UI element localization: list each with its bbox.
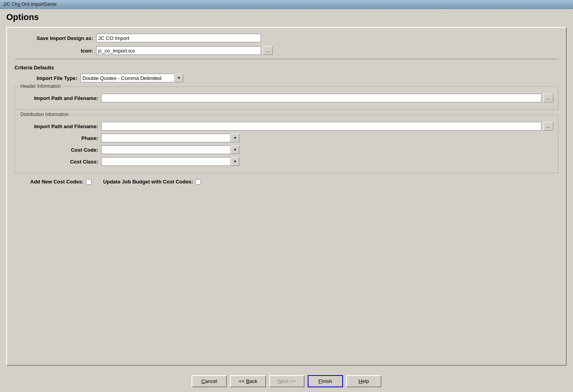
cost-code-label: Cost Code: [20,147,98,153]
page-title: Options [0,9,573,24]
header-import-path-input[interactable] [101,94,542,102]
cancel-underline: Cancel [201,378,217,384]
phase-combo: ▼ [101,134,239,142]
add-new-cost-codes-checkbox[interactable] [86,179,91,185]
criteria-defaults-label: Criteria Defaults [15,65,558,71]
next-button[interactable]: Next >> [269,375,305,387]
save-import-design-row: Save Import Design as: [15,34,558,42]
form-panel: Save Import Design as: Icon: ... Criteri… [6,27,567,366]
cost-code-row: Cost Code: ▼ [20,145,553,154]
icon-browse-button[interactable]: ... [263,46,273,55]
distribution-information-section: Distribution Information Import Path and… [15,114,558,173]
distribution-information-title: Distribution Information [19,112,70,117]
icon-label: Icon: [15,48,93,54]
header-import-path-row: Import Path and Filename: ... [20,94,553,102]
update-job-budget-checkbox[interactable] [195,179,201,185]
header-information-title: Header Information [19,83,62,89]
window: Options Save Import Design as: Icon: ...… [0,9,573,392]
title-bar: J/C Chg Ord ImportGenie [0,0,573,9]
phase-row: Phase: ▼ [20,134,553,142]
import-file-type-combo: ▼ [80,74,183,82]
import-file-type-dropdown-button[interactable]: ▼ [175,74,183,82]
cost-code-input[interactable] [101,145,231,154]
header-import-path-browse-button[interactable]: ... [543,94,553,102]
back-button[interactable]: << Back [230,375,266,387]
cost-class-row: Cost Class: ▼ [20,157,553,166]
help-button[interactable]: Help [346,375,381,387]
cost-class-dropdown-button[interactable]: ▼ [231,157,239,166]
finish-button[interactable]: Finish [308,375,343,387]
add-new-cost-codes-label: Add New Cost Codes: [30,179,84,185]
import-file-type-input[interactable] [80,74,175,82]
cost-code-dropdown-button[interactable]: ▼ [231,145,239,154]
title-bar-text: J/C Chg Ord ImportGenie [3,2,57,7]
dist-import-path-label: Import Path and Filename: [20,123,98,129]
header-information-section: Header Information Import Path and Filen… [15,86,558,110]
save-import-design-input[interactable] [96,34,261,42]
dist-import-path-browse-button[interactable]: ... [543,122,553,131]
phase-label: Phase: [20,135,98,141]
main-content: Save Import Design as: Icon: ... Criteri… [0,24,573,369]
cost-class-input[interactable] [101,157,231,166]
cost-class-label: Cost Class: [20,159,98,165]
icon-input[interactable] [96,46,261,55]
phase-input[interactable] [101,134,231,142]
dist-import-path-input[interactable] [101,122,542,131]
cost-code-combo: ▼ [101,145,239,154]
update-job-budget-item: Update Job Budget with Cost Codes: [103,179,201,185]
footer-buttons: Cancel << Back Next >> Finish Help [0,369,573,392]
phase-dropdown-button[interactable]: ▼ [231,134,239,142]
import-file-type-row: Import File Type: ▼ [15,74,558,82]
add-new-cost-codes-item: Add New Cost Codes: [30,179,91,185]
dist-import-path-row: Import Path and Filename: ... [20,122,553,131]
checkbox-row: Add New Cost Codes: Update Job Budget wi… [15,179,558,185]
update-job-budget-label: Update Job Budget with Cost Codes: [103,179,193,185]
header-import-path-label: Import Path and Filename: [20,95,98,101]
cost-class-combo: ▼ [101,157,239,166]
cancel-button[interactable]: Cancel [192,375,227,387]
icon-row: Icon: ... [15,46,558,55]
save-import-design-label: Save Import Design as: [15,35,93,41]
divider1 [15,59,558,59]
import-file-type-label: Import File Type: [15,75,77,81]
